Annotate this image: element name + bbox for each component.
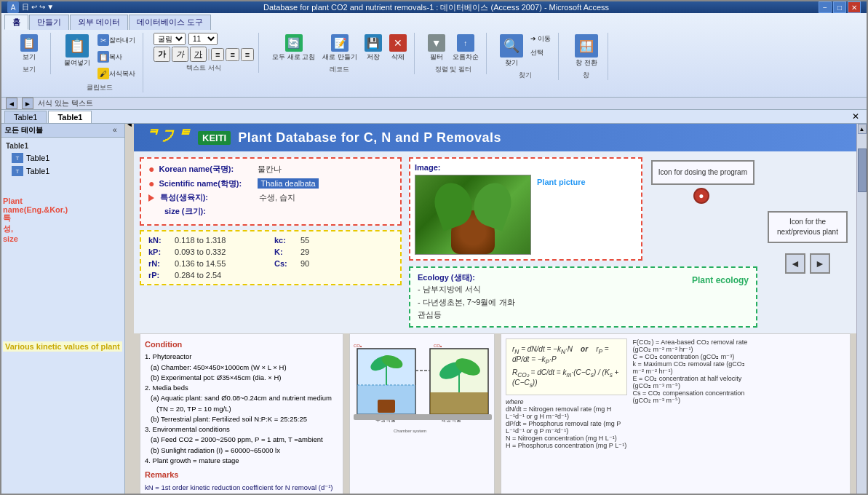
refresh-icon: 🔄 bbox=[285, 34, 303, 52]
format-copy-button[interactable]: 🖌 서식복사 bbox=[95, 66, 138, 82]
K-value: 29 bbox=[300, 248, 309, 256]
select-button[interactable]: 선택 bbox=[527, 47, 554, 59]
find-icon: 🔍 bbox=[500, 34, 523, 58]
eq2-display: RCO₂ = dC/dt = km·(C−Cs) / (Ks + (C−Cs)) bbox=[512, 368, 621, 389]
cut-button[interactable]: ✂ 잘라내기 bbox=[95, 33, 138, 48]
find-label: 찾기 bbox=[505, 58, 518, 68]
bold-button[interactable]: 가 bbox=[154, 47, 170, 62]
sidebar-item-table1-first[interactable]: T Table1 bbox=[6, 151, 120, 165]
select-label: 선택 bbox=[530, 48, 544, 58]
prev-plant-button[interactable]: ◄ bbox=[785, 253, 805, 274]
close-program-button[interactable]: ● bbox=[693, 188, 709, 204]
minimize-button[interactable]: − bbox=[819, 1, 832, 13]
habitat-triangle bbox=[148, 194, 154, 202]
refresh-label: 모두 새로 고침 bbox=[272, 52, 315, 62]
find-group-label: 찾기 bbox=[519, 71, 532, 80]
quick-access: 日 ↩ ↪ ▼ bbox=[22, 2, 54, 12]
align-right-button[interactable]: ≡ bbox=[241, 48, 254, 61]
paste-label: 붙여넣기 bbox=[64, 58, 90, 68]
forward-button[interactable]: ► bbox=[22, 98, 33, 109]
switch-window-button[interactable]: 🪟 창 전환 bbox=[572, 33, 601, 69]
ribbon-tab-tools[interactable]: 데이터베이스 도구 bbox=[129, 15, 211, 30]
italic-button[interactable]: 가 bbox=[172, 47, 188, 62]
ribbon-group-sort: ▼ 필터 ↑ 오름차순 정렬 및 필터 bbox=[421, 33, 487, 74]
ribbon-group-font: 굴림 11 가 가 가 ≡ ≡ ≡ 텍스트 서식 bbox=[149, 33, 259, 73]
nav-pane: 모든 테이블 « Table1 T Table1 T Table1 bbox=[1, 124, 125, 495]
equations-box: rN = dN/dt = −kN·N or rP = dP/dt = −kP·P… bbox=[501, 333, 851, 495]
view-icon: 📋 bbox=[20, 34, 38, 52]
maximize-button[interactable]: □ bbox=[833, 1, 846, 13]
sort-asc-button[interactable]: ↑ 오름차순 bbox=[450, 33, 482, 63]
sidebar-item-table1-second[interactable]: T Table1 bbox=[6, 165, 120, 178]
params-annotation-area: Description of parameters and model equa… bbox=[760, 338, 845, 495]
condition-item-1b: (b) Experimental pot: Ø35×45cm (dia. × H… bbox=[145, 373, 338, 383]
tab-table1-first[interactable]: Table1 bbox=[4, 111, 47, 123]
delete-icon: ✕ bbox=[389, 34, 407, 52]
align-left-button[interactable]: ≡ bbox=[211, 48, 224, 61]
align-center-button[interactable]: ≡ bbox=[226, 48, 239, 61]
switch-label: 창 전환 bbox=[576, 58, 597, 68]
size-row: size (크기): bbox=[148, 206, 393, 217]
view-button[interactable]: 📋 보기 bbox=[17, 33, 41, 63]
collapse-icon: ◄ bbox=[126, 124, 133, 128]
kP-value: 0.093 to 0.332 bbox=[175, 248, 226, 256]
find-next-label: ➔ 이동 bbox=[530, 34, 552, 44]
refresh-button[interactable]: 🔄 모두 새로 고침 bbox=[269, 33, 318, 63]
nav-pane-collapse-button[interactable]: « bbox=[113, 126, 122, 135]
paste-button[interactable]: 📋 붙여넣기 bbox=[61, 33, 93, 82]
scroll-up-button[interactable]: ▲ bbox=[858, 124, 867, 134]
new-record-button[interactable]: 📝 새로 만들기 bbox=[319, 33, 360, 63]
divider bbox=[208, 49, 210, 60]
scrollbar-thumb[interactable] bbox=[858, 148, 867, 192]
condition-item-3b: (b) Sunlight radiation (I) = 60000~65000… bbox=[145, 446, 338, 456]
font-size-select[interactable]: 11 bbox=[188, 33, 218, 45]
tab-close-button[interactable]: ✕ bbox=[848, 110, 864, 123]
conditions-box: Condition 1. Phytoreactor (a) Chamber: 4… bbox=[140, 333, 343, 495]
window-close-button[interactable]: ✕ bbox=[848, 1, 861, 13]
condition-item-1a: (a) Chamber: 450×450×1000cm (W × L × H) bbox=[145, 363, 338, 373]
next-plant-button[interactable]: ► bbox=[810, 253, 830, 274]
ribbon-tab-external[interactable]: 외부 데이터 bbox=[70, 15, 128, 30]
kc-value: 55 bbox=[300, 236, 309, 245]
condition-item-2b: (b) Terrestrial plant: Fertilized soil N… bbox=[145, 414, 338, 424]
filter-button[interactable]: ▼ 필터 bbox=[425, 33, 448, 63]
rP-value: 0.284 to 2.54 bbox=[175, 271, 221, 280]
kc-label: kc: bbox=[274, 236, 296, 245]
delete-label: 삭제 bbox=[391, 52, 405, 62]
sort-asc-icon: ↑ bbox=[457, 34, 474, 52]
nav-table-group-label: Table1 bbox=[6, 140, 120, 151]
condition-item-3a: (a) Feed CO2 = 2000~2500 ppm, P = 1 atm,… bbox=[145, 435, 338, 445]
plant-info-box: ● Korean name(국명): 물칸나 ● Scientific name… bbox=[140, 157, 402, 226]
save-record-button[interactable]: 💾 저장 bbox=[362, 33, 385, 63]
ribbon-tab-create[interactable]: 만들기 bbox=[29, 15, 69, 30]
korean-name-label: Korean name(국명): bbox=[159, 164, 253, 175]
Cs-value: 90 bbox=[300, 259, 309, 268]
diagram-box: CO₂ CO₂ 수생식물 육상식물 Chamber system bbox=[349, 333, 495, 495]
ecology-label: Ecology (생태): bbox=[418, 273, 475, 282]
tab-table1-active[interactable]: Table1 bbox=[48, 111, 92, 123]
back-button[interactable]: ◄ bbox=[6, 98, 17, 109]
underline-button[interactable]: 가 bbox=[190, 47, 207, 62]
sort-group-label: 정렬 및 필터 bbox=[435, 65, 471, 74]
plant-picture-label: Plant picture bbox=[537, 178, 586, 186]
vertical-scrollbar[interactable]: ▲ ▼ bbox=[856, 124, 867, 495]
ribbon-tabs: 홈 만들기 외부 데이터 데이터베이스 도구 bbox=[4, 15, 864, 30]
app-icon: A bbox=[7, 1, 19, 13]
close-annotation-text: Icon for dosing the program bbox=[658, 168, 747, 176]
find-next-button[interactable]: ➔ 이동 bbox=[527, 33, 554, 45]
nav-plant-buttons: ◄ ► bbox=[785, 253, 830, 274]
conditions-title: Condition bbox=[145, 338, 338, 351]
kc-row: kc: 55 bbox=[274, 236, 393, 245]
left-fields: ● Korean name(국명): 물칸나 ● Scientific name… bbox=[140, 157, 402, 328]
find-button[interactable]: 🔍 찾기 bbox=[497, 33, 526, 69]
cut-label: 잘라내기 bbox=[109, 36, 135, 45]
korean-name-row: ● Korean name(국명): 물칸나 bbox=[148, 163, 393, 175]
copy-button[interactable]: 📋 복사 bbox=[95, 50, 138, 65]
delete-button[interactable]: ✕ 삭제 bbox=[386, 33, 410, 63]
svg-rect-8 bbox=[430, 392, 488, 414]
font-group-label: 텍스트 서식 bbox=[186, 63, 221, 73]
kN-value: 0.118 to 1.318 bbox=[175, 236, 226, 245]
nav-pane-content: Table1 T Table1 T Table1 bbox=[1, 138, 124, 181]
font-select[interactable]: 굴림 bbox=[154, 33, 186, 45]
ribbon-tab-home[interactable]: 홈 bbox=[4, 15, 28, 30]
